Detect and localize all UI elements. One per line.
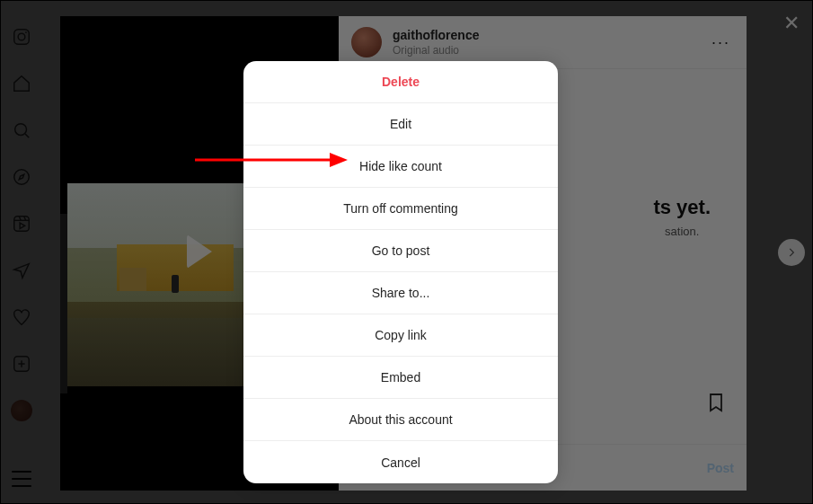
option-delete[interactable]: Delete (243, 61, 558, 103)
option-cancel[interactable]: Cancel (243, 441, 558, 483)
option-embed[interactable]: Embed (243, 357, 558, 399)
option-go-to-post[interactable]: Go to post (243, 230, 558, 272)
option-turn-off-commenting[interactable]: Turn off commenting (243, 188, 558, 230)
option-copy-link[interactable]: Copy link (243, 314, 558, 357)
option-share-to[interactable]: Share to... (243, 272, 558, 314)
option-hide-like-count[interactable]: Hide like count (243, 146, 558, 188)
post-options-menu: Delete Edit Hide like count Turn off com… (243, 61, 558, 483)
option-edit[interactable]: Edit (243, 103, 558, 146)
option-about-account[interactable]: About this account (243, 399, 558, 441)
